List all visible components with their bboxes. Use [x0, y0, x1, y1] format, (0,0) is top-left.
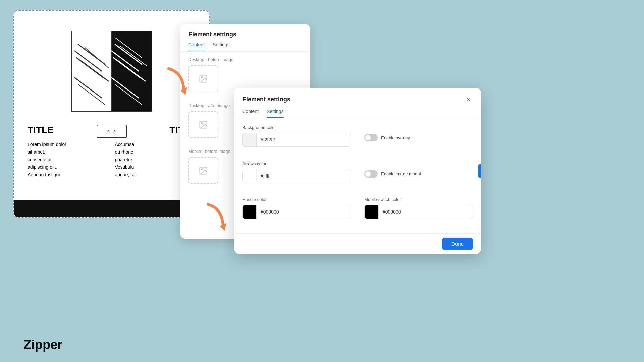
side-bar-indicator [478, 164, 481, 178]
dialog-front: Element settings × Content Settings Back… [234, 88, 481, 254]
background-color-label: Background color [242, 125, 351, 130]
background-color-input-row[interactable] [242, 133, 351, 147]
nav-right-arrow[interactable]: > [113, 128, 116, 134]
dialog-front-header: Element settings × [234, 88, 481, 104]
background-color-swatch[interactable] [243, 133, 257, 147]
nav-arrows[interactable]: < > [97, 125, 127, 138]
dialog-front-title: Element settings [242, 96, 290, 103]
enable-overlay-row: Enable overlay [364, 134, 473, 141]
orange-arrow-down-1 [162, 65, 196, 99]
enable-image-modal-row: Enable image modal [364, 170, 473, 178]
orange-arrow-down-2 [201, 201, 235, 235]
svg-point-24 [201, 123, 203, 124]
dialog-close-button[interactable]: × [464, 95, 473, 104]
dialog-back-title: Element settings [180, 24, 310, 38]
handle-color-label: Handle color [242, 197, 351, 202]
tab-content[interactable]: Content [242, 109, 259, 118]
dialog-back-tab-content[interactable]: Content [188, 42, 205, 51]
handle-color-input-row[interactable] [242, 205, 351, 219]
svg-point-26 [201, 169, 203, 170]
handle-color-group: Handle color [242, 197, 351, 227]
enable-overlay-group: x Enable overlay [364, 125, 473, 155]
dialog-back-tab-settings[interactable]: Settings [213, 42, 230, 51]
dialog-front-tabs: Content Settings [234, 105, 481, 118]
svg-point-22 [201, 77, 203, 78]
dialog-back-tabs: Content Settings [180, 38, 310, 52]
black-bar [14, 200, 209, 217]
handle-color-hex[interactable] [257, 209, 351, 215]
text-left: Lorem ipsum dolorsit amet,consecteturadi… [28, 141, 108, 178]
mobile-switch-color-swatch[interactable] [365, 205, 379, 219]
desktop-after-image[interactable] [188, 111, 218, 138]
dialog-front-body: Background color x Enable overlay Arrows… [234, 118, 481, 233]
title-left: TITLE [28, 125, 54, 138]
zipper-label: Zipper [23, 338, 62, 352]
background-color-group: Background color [242, 125, 351, 155]
enable-image-modal-group: x Enable image modal [364, 161, 473, 191]
handle-color-swatch[interactable] [243, 205, 257, 219]
arrows-color-group: Arrows color [242, 161, 351, 191]
enable-overlay-label: Enable overlay [381, 135, 410, 140]
enable-overlay-toggle[interactable] [364, 134, 378, 141]
dialog-front-footer: Done [234, 233, 481, 254]
enable-image-modal-toggle[interactable] [364, 170, 378, 178]
mobile-switch-color-input-row[interactable] [364, 205, 473, 219]
mobile-switch-color-label: Mobile switch color [364, 197, 473, 202]
mobile-before-image[interactable] [188, 157, 218, 184]
arrows-color-label: Arrows color [242, 161, 351, 166]
arrows-color-input-row[interactable] [242, 169, 351, 183]
desktop-before-label: Desktop - before image [188, 57, 302, 62]
arrows-color-swatch[interactable] [243, 169, 257, 183]
zipper-illustration [68, 27, 155, 121]
nav-left-arrow[interactable]: < [107, 128, 110, 134]
arrows-color-hex[interactable] [257, 173, 351, 179]
mobile-switch-color-hex[interactable] [379, 209, 473, 215]
done-button[interactable]: Done [442, 238, 473, 250]
tab-settings[interactable]: Settings [267, 109, 284, 118]
background-color-hex[interactable] [257, 137, 351, 142]
mobile-switch-color-group: Mobile switch color [364, 197, 473, 227]
enable-image-modal-label: Enable image modal [381, 171, 421, 176]
